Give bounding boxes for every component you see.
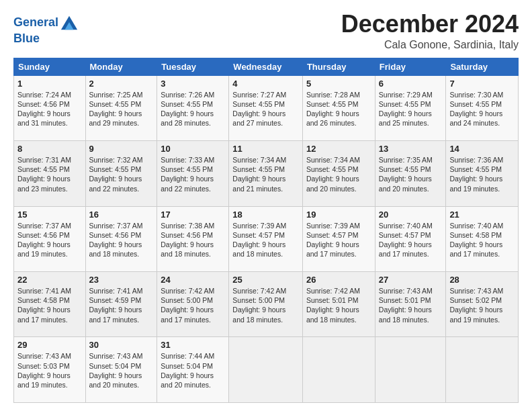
day-number: 5 bbox=[306, 79, 371, 89]
calendar-cell: 12Sunrise: 7:34 AM Sunset: 4:55 PM Dayli… bbox=[302, 141, 375, 206]
day-number: 9 bbox=[89, 144, 154, 154]
day-number: 27 bbox=[379, 275, 443, 285]
day-number: 28 bbox=[449, 275, 515, 285]
month-title: December 2024 bbox=[341, 11, 519, 38]
day-info: Sunrise: 7:32 AM Sunset: 4:55 PM Dayligh… bbox=[89, 155, 154, 193]
calendar-cell: 20Sunrise: 7:40 AM Sunset: 4:57 PM Dayli… bbox=[375, 206, 446, 271]
logo-text-blue: Blue bbox=[13, 32, 79, 46]
week-row-1: 1Sunrise: 7:24 AM Sunset: 4:56 PM Daylig… bbox=[14, 75, 519, 140]
calendar-cell: 4Sunrise: 7:27 AM Sunset: 4:55 PM Daylig… bbox=[229, 75, 303, 140]
day-info: Sunrise: 7:24 AM Sunset: 4:56 PM Dayligh… bbox=[17, 90, 82, 128]
day-info: Sunrise: 7:43 AM Sunset: 5:01 PM Dayligh… bbox=[379, 286, 443, 324]
day-info: Sunrise: 7:26 AM Sunset: 4:55 PM Dayligh… bbox=[161, 90, 225, 128]
day-number: 26 bbox=[306, 275, 371, 285]
calendar-cell: 13Sunrise: 7:35 AM Sunset: 4:55 PM Dayli… bbox=[375, 141, 446, 206]
calendar-cell: 17Sunrise: 7:38 AM Sunset: 4:56 PM Dayli… bbox=[157, 206, 229, 271]
calendar-cell: 21Sunrise: 7:40 AM Sunset: 4:58 PM Dayli… bbox=[446, 206, 519, 271]
day-number: 22 bbox=[17, 275, 82, 285]
day-info: Sunrise: 7:42 AM Sunset: 5:00 PM Dayligh… bbox=[161, 286, 225, 324]
calendar-cell: 2Sunrise: 7:25 AM Sunset: 4:55 PM Daylig… bbox=[85, 75, 157, 140]
day-info: Sunrise: 7:34 AM Sunset: 4:55 PM Dayligh… bbox=[232, 155, 299, 193]
calendar-cell: 5Sunrise: 7:28 AM Sunset: 4:55 PM Daylig… bbox=[302, 75, 375, 140]
day-number: 10 bbox=[161, 144, 225, 154]
day-number: 12 bbox=[306, 144, 371, 154]
calendar-cell: 8Sunrise: 7:31 AM Sunset: 4:55 PM Daylig… bbox=[14, 141, 86, 206]
day-number: 6 bbox=[379, 79, 443, 89]
calendar-cell: 1Sunrise: 7:24 AM Sunset: 4:56 PM Daylig… bbox=[14, 75, 86, 140]
day-info: Sunrise: 7:42 AM Sunset: 5:01 PM Dayligh… bbox=[306, 286, 371, 324]
day-info: Sunrise: 7:25 AM Sunset: 4:55 PM Dayligh… bbox=[89, 90, 154, 128]
day-number: 23 bbox=[89, 275, 154, 285]
calendar-cell bbox=[446, 337, 519, 403]
title-block: December 2024 Cala Gonone, Sardinia, Ita… bbox=[341, 11, 519, 51]
day-number: 25 bbox=[232, 275, 299, 285]
day-number: 13 bbox=[379, 144, 443, 154]
day-info: Sunrise: 7:35 AM Sunset: 4:55 PM Dayligh… bbox=[379, 155, 443, 193]
calendar-cell: 14Sunrise: 7:36 AM Sunset: 4:55 PM Dayli… bbox=[446, 141, 519, 206]
calendar-cell: 9Sunrise: 7:32 AM Sunset: 4:55 PM Daylig… bbox=[85, 141, 157, 206]
day-info: Sunrise: 7:34 AM Sunset: 4:55 PM Dayligh… bbox=[306, 155, 371, 193]
day-number: 4 bbox=[232, 79, 299, 89]
day-info: Sunrise: 7:44 AM Sunset: 5:04 PM Dayligh… bbox=[161, 351, 225, 390]
calendar-cell: 22Sunrise: 7:41 AM Sunset: 4:58 PM Dayli… bbox=[14, 272, 86, 337]
calendar-cell: 28Sunrise: 7:43 AM Sunset: 5:02 PM Dayli… bbox=[446, 272, 519, 337]
day-info: Sunrise: 7:40 AM Sunset: 4:57 PM Dayligh… bbox=[379, 221, 443, 259]
calendar-cell: 3Sunrise: 7:26 AM Sunset: 4:55 PM Daylig… bbox=[157, 75, 229, 140]
day-info: Sunrise: 7:40 AM Sunset: 4:58 PM Dayligh… bbox=[449, 221, 515, 259]
day-info: Sunrise: 7:38 AM Sunset: 4:56 PM Dayligh… bbox=[161, 221, 225, 259]
logo-icon bbox=[60, 13, 79, 32]
calendar-cell: 10Sunrise: 7:33 AM Sunset: 4:55 PM Dayli… bbox=[157, 141, 229, 206]
calendar-cell: 7Sunrise: 7:30 AM Sunset: 4:55 PM Daylig… bbox=[446, 75, 519, 140]
calendar-cell: 11Sunrise: 7:34 AM Sunset: 4:55 PM Dayli… bbox=[229, 141, 303, 206]
calendar-cell bbox=[229, 337, 303, 403]
day-info: Sunrise: 7:33 AM Sunset: 4:55 PM Dayligh… bbox=[161, 155, 225, 193]
day-info: Sunrise: 7:29 AM Sunset: 4:55 PM Dayligh… bbox=[379, 90, 443, 128]
day-info: Sunrise: 7:36 AM Sunset: 4:55 PM Dayligh… bbox=[449, 155, 515, 193]
day-info: Sunrise: 7:37 AM Sunset: 4:56 PM Dayligh… bbox=[17, 221, 82, 259]
weekday-friday: Friday bbox=[375, 58, 446, 75]
day-number: 11 bbox=[232, 144, 299, 154]
day-number: 30 bbox=[89, 340, 154, 350]
calendar-cell bbox=[375, 337, 446, 403]
day-number: 2 bbox=[89, 79, 154, 89]
weekday-header-row: SundayMondayTuesdayWednesdayThursdayFrid… bbox=[14, 58, 519, 75]
day-number: 29 bbox=[17, 340, 82, 350]
day-number: 17 bbox=[161, 210, 225, 220]
calendar-cell: 16Sunrise: 7:37 AM Sunset: 4:56 PM Dayli… bbox=[85, 206, 157, 271]
day-number: 31 bbox=[161, 340, 225, 350]
calendar-cell: 25Sunrise: 7:42 AM Sunset: 5:00 PM Dayli… bbox=[229, 272, 303, 337]
page: General Blue December 2024 Cala Gonone, … bbox=[0, 0, 532, 411]
calendar-cell: 24Sunrise: 7:42 AM Sunset: 5:00 PM Dayli… bbox=[157, 272, 229, 337]
day-info: Sunrise: 7:28 AM Sunset: 4:55 PM Dayligh… bbox=[306, 90, 371, 128]
calendar-cell: 30Sunrise: 7:43 AM Sunset: 5:04 PM Dayli… bbox=[85, 337, 157, 403]
header: General Blue December 2024 Cala Gonone, … bbox=[13, 11, 519, 51]
weekday-wednesday: Wednesday bbox=[229, 58, 303, 75]
week-row-4: 22Sunrise: 7:41 AM Sunset: 4:58 PM Dayli… bbox=[14, 272, 519, 337]
day-number: 21 bbox=[449, 210, 515, 220]
day-number: 1 bbox=[17, 79, 82, 89]
calendar-cell: 31Sunrise: 7:44 AM Sunset: 5:04 PM Dayli… bbox=[157, 337, 229, 403]
day-number: 7 bbox=[449, 79, 515, 89]
day-info: Sunrise: 7:39 AM Sunset: 4:57 PM Dayligh… bbox=[306, 221, 371, 259]
day-info: Sunrise: 7:37 AM Sunset: 4:56 PM Dayligh… bbox=[89, 221, 154, 259]
weekday-tuesday: Tuesday bbox=[157, 58, 229, 75]
location-title: Cala Gonone, Sardinia, Italy bbox=[341, 39, 519, 51]
day-info: Sunrise: 7:43 AM Sunset: 5:03 PM Dayligh… bbox=[17, 351, 82, 390]
day-number: 14 bbox=[449, 144, 515, 154]
day-number: 8 bbox=[17, 144, 82, 154]
day-number: 19 bbox=[306, 210, 371, 220]
day-info: Sunrise: 7:39 AM Sunset: 4:57 PM Dayligh… bbox=[232, 221, 299, 259]
logo-text-general: General bbox=[13, 16, 58, 30]
calendar-cell: 29Sunrise: 7:43 AM Sunset: 5:03 PM Dayli… bbox=[14, 337, 86, 403]
calendar-cell bbox=[302, 337, 375, 403]
day-number: 24 bbox=[161, 275, 225, 285]
calendar-cell: 23Sunrise: 7:41 AM Sunset: 4:59 PM Dayli… bbox=[85, 272, 157, 337]
day-info: Sunrise: 7:42 AM Sunset: 5:00 PM Dayligh… bbox=[232, 286, 299, 324]
day-number: 15 bbox=[17, 210, 82, 220]
calendar-cell: 6Sunrise: 7:29 AM Sunset: 4:55 PM Daylig… bbox=[375, 75, 446, 140]
calendar-cell: 18Sunrise: 7:39 AM Sunset: 4:57 PM Dayli… bbox=[229, 206, 303, 271]
day-number: 3 bbox=[161, 79, 225, 89]
calendar-cell: 15Sunrise: 7:37 AM Sunset: 4:56 PM Dayli… bbox=[14, 206, 86, 271]
day-info: Sunrise: 7:30 AM Sunset: 4:55 PM Dayligh… bbox=[449, 90, 515, 128]
calendar-table: SundayMondayTuesdayWednesdayThursdayFrid… bbox=[13, 58, 519, 403]
